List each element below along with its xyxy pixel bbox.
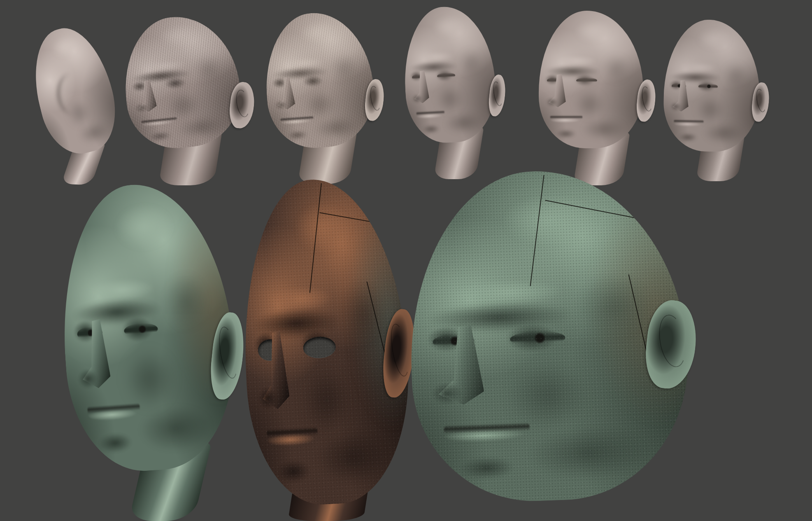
sculpt-collage-canvas (0, 0, 812, 521)
nose (432, 325, 485, 406)
neck (128, 440, 212, 521)
crack-line (367, 282, 389, 370)
brow-ridge-shading (67, 297, 177, 336)
cranium (401, 5, 498, 145)
chin-shading (145, 129, 176, 144)
right-eye-socket (295, 325, 336, 363)
brow-highlight (256, 282, 345, 316)
brow-ridge-shading (542, 66, 608, 81)
crown-highlight (44, 29, 86, 65)
brow-ridge-shading (248, 308, 354, 349)
crown-highlight (691, 25, 738, 54)
crack-line (530, 175, 544, 286)
right-eye (124, 322, 158, 338)
crown-highlight (568, 16, 618, 47)
stubbled-jaw-shading (519, 417, 670, 488)
mouth (87, 397, 140, 423)
skin-pore-texture (405, 166, 693, 505)
temple-shading (154, 259, 220, 343)
left-eye-socket (543, 72, 562, 86)
nose-shadow (668, 101, 682, 113)
textured-head-green-cracked (407, 171, 696, 511)
left-eye (412, 74, 426, 81)
crown-highlight (151, 19, 208, 53)
mouth (550, 112, 583, 124)
nose-shadow (544, 96, 560, 108)
right-eye-socket (572, 72, 597, 88)
nose (134, 80, 158, 113)
textured-head-green-smooth (62, 184, 243, 521)
chin-shading (283, 128, 312, 142)
cheek-shading (291, 350, 364, 451)
nose (547, 74, 566, 107)
crack-line (319, 212, 374, 222)
cranium (663, 19, 761, 152)
nose-shadow (133, 101, 151, 115)
temple-shading (323, 47, 365, 88)
brow-highlight (75, 274, 168, 306)
crown-highlight (282, 190, 364, 266)
textured-head-bronze-cracked (243, 179, 414, 521)
bronze-sheen (139, 195, 242, 436)
right-eye (510, 330, 566, 347)
right-eye-socket (694, 79, 718, 93)
ear (363, 78, 386, 122)
teal-sheen (318, 194, 415, 465)
crown-highlight (482, 182, 617, 259)
brow-highlight (411, 49, 461, 64)
sculpt-stage-3-refining-head (263, 9, 385, 184)
right-eye-socket (300, 73, 326, 89)
temple-shading (717, 57, 752, 94)
sculpt-stage-1-blockout-head (33, 24, 117, 185)
left-eye-socket (421, 322, 472, 357)
cheek-shading (690, 89, 731, 130)
cranium (261, 9, 377, 151)
cranium (539, 11, 643, 148)
nose-shadow (74, 365, 102, 393)
sculpt-stage-4-smoothed-head (401, 5, 506, 179)
brow-highlight (274, 55, 332, 71)
brow-ridge-shading (268, 65, 337, 84)
brow-ridge-shading (418, 301, 596, 343)
cranium (405, 166, 693, 505)
temple-shading (186, 48, 231, 89)
nose-shadow (426, 378, 468, 409)
neck (158, 128, 223, 185)
jaw-shading (309, 112, 368, 143)
left-eye (77, 326, 103, 341)
sculpt-stage-2-rough-head (123, 13, 255, 185)
crack-line (545, 200, 638, 219)
mouth (416, 107, 444, 120)
sculpt-stage-5-refined-head (535, 9, 656, 185)
ear (635, 79, 658, 123)
neck (61, 140, 106, 185)
left-eye-hollow (257, 339, 283, 361)
cranium (118, 11, 246, 153)
chin-shading (93, 429, 138, 458)
right-eye-socket (116, 312, 159, 346)
brow-ridge-shading (127, 67, 202, 89)
mouth (141, 114, 177, 128)
crown-highlight (426, 11, 471, 43)
neck (288, 487, 369, 521)
left-eye (547, 77, 563, 84)
left-eye-socket (129, 79, 151, 94)
ear (750, 82, 771, 123)
crown-highlight (102, 193, 187, 261)
sculpt-stage-6-detailed-head (661, 16, 770, 181)
ear (642, 298, 700, 391)
left-eye (433, 333, 475, 349)
sculpt-stroke-texture (261, 9, 377, 151)
chin-shading (675, 131, 700, 143)
jaw-shading (578, 115, 635, 143)
brow-ridge-shading (407, 60, 465, 78)
temple-shading (454, 43, 488, 82)
right-eye (437, 72, 455, 79)
temple-shading (332, 266, 395, 360)
nose (412, 70, 430, 104)
cheek-shading (112, 334, 188, 424)
brow-highlight (433, 275, 584, 310)
mouth (674, 117, 704, 128)
jaw-shading (172, 111, 236, 143)
nose (274, 76, 295, 110)
